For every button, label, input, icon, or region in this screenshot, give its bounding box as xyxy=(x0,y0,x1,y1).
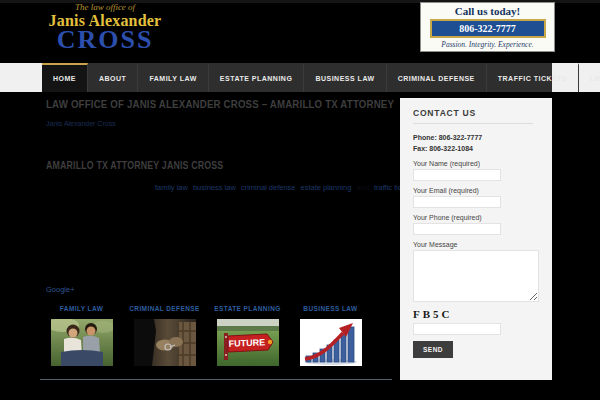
contact-phone: Phone: 806-322-7777 xyxy=(413,132,539,143)
logo-surname: CROSS xyxy=(38,27,172,53)
practice-area-columns: FAMILY LAW CRIMINAL DEFENSE xyxy=(40,305,372,366)
column-family-law: FAMILY LAW xyxy=(40,305,123,366)
call-us-heading: Call us today! xyxy=(421,5,554,17)
google-plus-link[interactable]: Google+ xyxy=(46,285,75,294)
name-label: Your Name (required) xyxy=(413,160,539,167)
column-heading-family-law[interactable]: FAMILY LAW xyxy=(40,305,123,312)
nav-item-traffic-tickets[interactable]: TRAFFIC TICKETS xyxy=(487,63,579,92)
nav-item-business-law[interactable]: BUSINESS LAW xyxy=(304,63,386,92)
practice-area-links: family lawbusiness lawcriminal defensees… xyxy=(155,183,420,192)
site-logo[interactable]: The law office of Janis Alexander CROSS xyxy=(38,3,172,53)
nav-item-links[interactable]: LINKS xyxy=(579,63,600,92)
page: The law office of Janis Alexander CROSS … xyxy=(0,0,600,400)
link-criminal-defense[interactable]: criminal defense xyxy=(241,183,296,192)
nav-item-estate-planning[interactable]: ESTATE PLANNING xyxy=(209,63,305,92)
message-field[interactable] xyxy=(413,250,539,302)
future-sign-photo[interactable]: FUTURE xyxy=(217,319,279,366)
captcha-field[interactable] xyxy=(413,323,501,335)
email-field[interactable] xyxy=(413,196,501,208)
call-us-box: Call us today! 806-322-7777 Passion. Int… xyxy=(420,2,555,52)
future-sign-text: FUTURE xyxy=(228,337,265,348)
sidebar-title: CONTACT US xyxy=(413,108,533,124)
captcha-image-text: FB5C xyxy=(413,308,539,320)
header-phone-number[interactable]: 806-322-7777 xyxy=(430,19,546,38)
send-button[interactable]: SEND xyxy=(413,341,453,358)
message-label: Your Message xyxy=(413,241,539,248)
growth-chart-photo[interactable] xyxy=(300,319,362,366)
content-divider xyxy=(40,379,392,380)
logo-tagline: The law office of xyxy=(38,3,172,12)
handcuffs-photo[interactable] xyxy=(134,319,196,366)
contact-info: Phone: 806-322-7777 Fax: 806-322-1084 xyxy=(413,132,539,154)
link-estate-planning[interactable]: estate planning xyxy=(301,183,352,192)
byline-author-link[interactable]: Janis Alexander Cross xyxy=(46,120,116,127)
section-title: AMARILLO TX ATTORNEY JANIS CROSS xyxy=(46,160,223,171)
main-navigation: HOME ABOUT FAMILY LAW ESTATE PLANNING BU… xyxy=(42,63,552,92)
link-business-law[interactable]: business law xyxy=(193,183,236,192)
column-business-law: BUSINESS LAW xyxy=(289,305,372,366)
page-title: LAW OFFICE OF JANIS ALEXANDER CROSS – AM… xyxy=(46,98,394,110)
nav-item-home[interactable]: HOME xyxy=(42,63,88,92)
column-heading-business-law[interactable]: BUSINESS LAW xyxy=(289,305,372,312)
nav-item-about[interactable]: ABOUT xyxy=(88,63,138,92)
nav-item-criminal-defense[interactable]: CRIMINAL DEFENSE xyxy=(387,63,487,92)
column-heading-estate-planning[interactable]: ESTATE PLANNING xyxy=(206,305,289,312)
firm-tagline: Passion. Integrity. Experience. xyxy=(421,40,554,49)
phone-label: Your Phone (required) xyxy=(413,214,539,221)
filler-text: and xyxy=(356,183,369,192)
family-law-photo[interactable] xyxy=(51,319,113,366)
email-label: Your Email (required) xyxy=(413,187,539,194)
name-field[interactable] xyxy=(413,169,501,181)
nav-item-family-law[interactable]: FAMILY LAW xyxy=(138,63,208,92)
contact-sidebar: CONTACT US Phone: 806-322-7777 Fax: 806-… xyxy=(400,98,552,380)
phone-field[interactable] xyxy=(413,223,501,235)
nav-row: HOME ABOUT FAMILY LAW ESTATE PLANNING BU… xyxy=(0,63,600,92)
column-criminal-defense: CRIMINAL DEFENSE xyxy=(123,305,206,366)
contact-fax: Fax: 806-322-1084 xyxy=(413,143,539,154)
column-heading-criminal-defense[interactable]: CRIMINAL DEFENSE xyxy=(123,305,206,312)
column-estate-planning: ESTATE PLANNING FUTURE xyxy=(206,305,289,366)
link-family-law[interactable]: family law xyxy=(155,183,188,192)
